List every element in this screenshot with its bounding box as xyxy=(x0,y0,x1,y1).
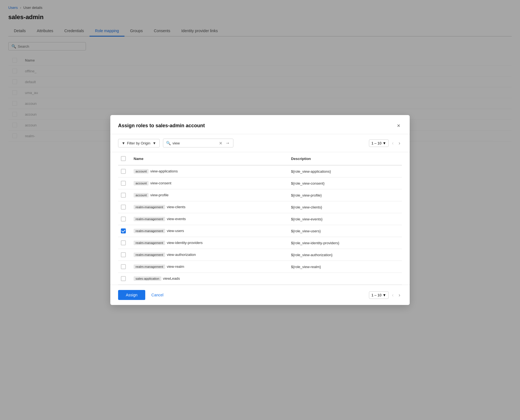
table-row: realm-managementview-events${role_view-e… xyxy=(118,213,402,225)
row-checkbox-3[interactable] xyxy=(121,205,126,210)
footer-prev-page-button[interactable]: ‹ xyxy=(390,291,395,299)
table-row: sales-applicationviewLeads xyxy=(118,273,402,285)
filter-label: Filter by Origin xyxy=(127,141,151,145)
row-description-3: ${role_view-clients} xyxy=(288,201,402,213)
name-column-header: Name xyxy=(131,152,288,165)
row-description-7: ${role_view-authorization} xyxy=(288,249,402,261)
search-input-wrap[interactable]: 🔍 ✕ → xyxy=(163,139,233,147)
roles-table: Name Description accountview-application… xyxy=(118,152,402,285)
prev-page-button[interactable]: ‹ xyxy=(390,139,395,147)
assign-button[interactable]: Assign xyxy=(118,290,145,300)
footer-pagination: 1 – 10 ▼ ‹ › xyxy=(369,291,402,299)
row-name-2: accountview-profile xyxy=(131,189,288,201)
filter-chevron-icon: ▼ xyxy=(152,141,156,145)
search-magnifier-icon: 🔍 xyxy=(166,141,171,145)
per-page-select[interactable]: 1 – 10 ▼ xyxy=(369,139,389,147)
row-name-7: realm-managementview-authorization xyxy=(131,249,288,261)
row-description-8: ${role_view-realm} xyxy=(288,261,402,273)
row-name-6: realm-managementview-identity-providers xyxy=(131,237,288,249)
row-checkbox-0[interactable] xyxy=(121,169,126,174)
row-checkbox-4[interactable] xyxy=(121,217,126,222)
modal-close-button[interactable]: × xyxy=(395,122,402,129)
table-header-row: Name Description xyxy=(118,152,402,165)
per-page-label: 1 – 10 xyxy=(371,141,381,145)
row-name-8: realm-managementview-realm xyxy=(131,261,288,273)
row-checkbox-7[interactable] xyxy=(121,252,126,257)
row-badge-1: account xyxy=(134,181,149,185)
per-page-chevron-icon: ▼ xyxy=(383,141,386,145)
row-checkbox-5[interactable] xyxy=(121,228,126,233)
row-badge-0: account xyxy=(134,169,149,174)
row-badge-8: realm-management xyxy=(134,264,165,269)
row-description-9 xyxy=(288,273,402,285)
row-description-1: ${role_view-consent} xyxy=(288,177,402,189)
row-checkbox-9[interactable] xyxy=(121,276,126,281)
row-badge-5: realm-management xyxy=(134,229,165,233)
assign-roles-modal: Assign roles to sales-admin account × ▼ … xyxy=(110,115,410,305)
row-checkbox-2[interactable] xyxy=(121,193,126,198)
search-go-button[interactable]: → xyxy=(225,141,230,146)
footer-next-page-button[interactable]: › xyxy=(397,291,402,299)
row-badge-2: account xyxy=(134,193,149,197)
filter-by-origin-button[interactable]: ▼ Filter by Origin ▼ xyxy=(118,139,160,147)
row-description-4: ${role_view-events} xyxy=(288,213,402,225)
table-row: realm-managementview-users${role_view-us… xyxy=(118,225,402,237)
next-page-button[interactable]: › xyxy=(397,139,402,147)
row-checkbox-8[interactable] xyxy=(121,264,126,269)
modal-body: Name Description accountview-application… xyxy=(110,152,410,285)
select-all-checkbox[interactable] xyxy=(121,156,126,161)
footer-per-page-label: 1 – 10 xyxy=(371,293,381,297)
toolbar-left: ▼ Filter by Origin ▼ 🔍 ✕ → xyxy=(118,139,233,147)
row-name-3: realm-managementview-clients xyxy=(131,201,288,213)
row-name-9: sales-applicationviewLeads xyxy=(131,273,288,285)
table-row: realm-managementview-clients${role_view-… xyxy=(118,201,402,213)
row-description-5: ${role_view-users} xyxy=(288,225,402,237)
row-badge-9: sales-application xyxy=(134,276,161,281)
filter-icon: ▼ xyxy=(122,141,125,145)
modal-toolbar: ▼ Filter by Origin ▼ 🔍 ✕ → 1 – 10 ▼ ‹ › xyxy=(110,134,410,152)
modal-footer: Assign Cancel 1 – 10 ▼ ‹ › xyxy=(110,285,410,305)
row-description-6: ${role_view-identity-providers} xyxy=(288,237,402,249)
table-row: realm-managementview-identity-providers$… xyxy=(118,237,402,249)
row-badge-3: realm-management xyxy=(134,205,165,209)
select-all-col xyxy=(118,152,131,165)
table-row: accountview-applications${role_view-appl… xyxy=(118,165,402,177)
row-name-0: accountview-applications xyxy=(131,165,288,177)
table-row: realm-managementview-realm${role_view-re… xyxy=(118,261,402,273)
row-badge-4: realm-management xyxy=(134,217,165,221)
row-name-5: realm-managementview-users xyxy=(131,225,288,237)
row-description-0: ${role_view-applications} xyxy=(288,165,402,177)
table-row: accountview-consent${role_view-consent} xyxy=(118,177,402,189)
modal-header: Assign roles to sales-admin account × xyxy=(110,115,410,134)
row-name-4: realm-managementview-events xyxy=(131,213,288,225)
row-checkbox-1[interactable] xyxy=(121,181,126,186)
footer-per-page-chevron-icon: ▼ xyxy=(383,293,386,297)
row-name-1: accountview-consent xyxy=(131,177,288,189)
pagination-wrap: 1 – 10 ▼ ‹ › xyxy=(369,139,402,147)
row-badge-7: realm-management xyxy=(134,253,165,257)
modal-title: Assign roles to sales-admin account xyxy=(118,123,205,129)
row-description-2: ${role_view-profile} xyxy=(288,189,402,201)
search-clear-button[interactable]: ✕ xyxy=(218,141,223,145)
table-row: accountview-profile${role_view-profile} xyxy=(118,189,402,201)
table-row: realm-managementview-authorization${role… xyxy=(118,249,402,261)
cancel-button[interactable]: Cancel xyxy=(149,290,166,300)
description-column-header: Description xyxy=(288,152,402,165)
row-checkbox-6[interactable] xyxy=(121,240,126,245)
modal-overlay: Assign roles to sales-admin account × ▼ … xyxy=(0,0,520,420)
footer-per-page-select[interactable]: 1 – 10 ▼ xyxy=(369,291,389,299)
footer-actions: Assign Cancel xyxy=(118,290,166,300)
row-badge-6: realm-management xyxy=(134,241,165,245)
role-search-input[interactable] xyxy=(172,141,217,145)
